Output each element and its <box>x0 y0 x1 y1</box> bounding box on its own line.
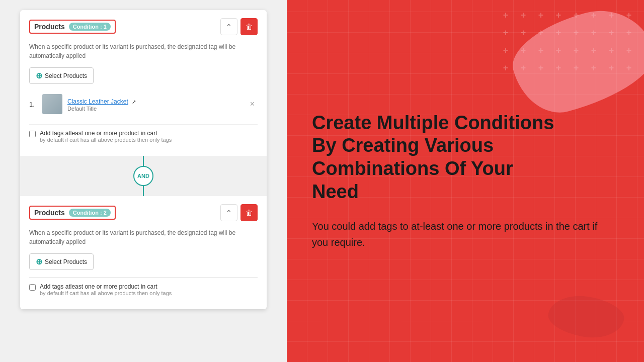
heading-line-4: Need <box>312 181 359 202</box>
chevron-up-icon: ⌃ <box>226 23 232 31</box>
and-connector: AND <box>20 156 267 196</box>
condition-1-select-products-label: Select Products <box>45 72 87 79</box>
and-line-bottom <box>143 186 144 196</box>
plus-circle-icon: ⊕ <box>36 71 42 80</box>
plus-circle-icon-2: ⊕ <box>36 257 42 266</box>
left-panel: Products Condition : 1 ⌃ 🗑 When a specif… <box>0 0 287 362</box>
product-variant-1: Default Title <box>67 106 136 112</box>
condition-1-title: Products <box>34 23 65 31</box>
brush-stroke-decoration <box>504 0 644 122</box>
product-remove-button-1[interactable]: × <box>247 99 258 110</box>
condition-1-actions: ⌃ 🗑 <box>220 18 258 35</box>
heading-line-3: Combinations Of Your <box>312 158 513 179</box>
crosses-decoration: ++++++++ ++++++++ ++++++++ ++++++++ <box>498 8 636 75</box>
condition-1-collapse-button[interactable]: ⌃ <box>220 18 237 35</box>
main-heading: Create Multiple Conditions By Creating V… <box>312 112 619 203</box>
product-thumbnail-1 <box>42 94 62 114</box>
brush-stroke-decoration-2 <box>545 291 627 343</box>
condition-2-delete-button[interactable]: 🗑 <box>240 204 258 221</box>
condition-1-badge: Condition : 1 <box>69 23 111 31</box>
condition-1-checkbox-row: Add tags atleast one or more product in … <box>29 124 258 148</box>
sub-text: You could add tags to at-least one or mo… <box>312 218 604 250</box>
card-container: Products Condition : 1 ⌃ 🗑 When a specif… <box>20 10 267 309</box>
condition-2-select-products-button[interactable]: ⊕ Select Products <box>29 253 94 270</box>
condition-2-checkbox-row: Add tags atleast one or more product in … <box>29 278 258 301</box>
condition-1-description: When a specific product or its variant i… <box>29 42 258 60</box>
right-content: Create Multiple Conditions By Creating V… <box>312 112 619 250</box>
and-circle: AND <box>133 166 153 186</box>
condition-block-1: Products Condition : 1 ⌃ 🗑 When a specif… <box>20 10 267 156</box>
and-line-top <box>143 156 144 166</box>
condition-1-title-group: Products Condition : 1 <box>29 20 116 34</box>
product-name-row-1: Classic Leather Jacket ↗ <box>67 97 136 106</box>
close-icon-1: × <box>250 100 255 108</box>
condition-1-product-list: 1. Classic Leather Jacket ↗ Default Titl… <box>29 91 258 117</box>
condition-2-description: When a specific product or its variant i… <box>29 228 258 246</box>
condition-1-checkbox-sub-label: by default if cart has all above product… <box>40 137 172 143</box>
condition-2-title-group: Products Condition : 2 <box>29 206 116 220</box>
condition-2-checkbox-sub-label: by default if cart has all above product… <box>40 290 172 296</box>
condition-1-header: Products Condition : 1 ⌃ 🗑 <box>29 18 258 35</box>
condition-1-checkbox-labels: Add tags atleast one or more product in … <box>40 130 172 143</box>
condition-2-checkbox-labels: Add tags atleast one or more product in … <box>40 283 172 296</box>
external-link-icon-1: ↗ <box>132 99 136 105</box>
product-item-1: 1. Classic Leather Jacket ↗ Default Titl… <box>29 91 258 117</box>
condition-2-collapse-button[interactable]: ⌃ <box>220 204 237 221</box>
chevron-up-icon-2: ⌃ <box>226 209 232 217</box>
condition-2-checkbox-main-label: Add tags atleast one or more product in … <box>40 283 172 290</box>
condition-1-delete-button[interactable]: 🗑 <box>240 18 258 35</box>
product-name-link-1[interactable]: Classic Leather Jacket <box>67 98 128 105</box>
trash-icon: 🗑 <box>246 23 253 31</box>
product-thumb-image-1 <box>42 94 62 114</box>
product-info-1: Classic Leather Jacket ↗ Default Title <box>67 97 136 112</box>
heading-line-1: Create Multiple Conditions <box>312 112 554 133</box>
right-panel: ++++++++ ++++++++ ++++++++ ++++++++ Crea… <box>287 0 644 362</box>
condition-2-actions: ⌃ 🗑 <box>220 204 258 221</box>
condition-1-select-products-button[interactable]: ⊕ Select Products <box>29 67 94 84</box>
condition-2-select-products-label: Select Products <box>45 258 87 265</box>
condition-2-badge: Condition : 2 <box>69 209 111 217</box>
heading-line-2: By Creating Various <box>312 135 494 156</box>
product-item-1-left: 1. Classic Leather Jacket ↗ Default Titl… <box>29 94 136 114</box>
trash-icon-2: 🗑 <box>246 209 253 217</box>
condition-1-checkbox[interactable] <box>29 131 36 137</box>
condition-2-header: Products Condition : 2 ⌃ 🗑 <box>29 204 258 221</box>
condition-2-title: Products <box>34 209 65 217</box>
condition-2-checkbox[interactable] <box>29 284 36 291</box>
condition-1-checkbox-main-label: Add tags atleast one or more product in … <box>40 130 172 137</box>
product-number-1: 1. <box>29 101 37 108</box>
condition-block-2: Products Condition : 2 ⌃ 🗑 When a specif… <box>20 196 267 309</box>
